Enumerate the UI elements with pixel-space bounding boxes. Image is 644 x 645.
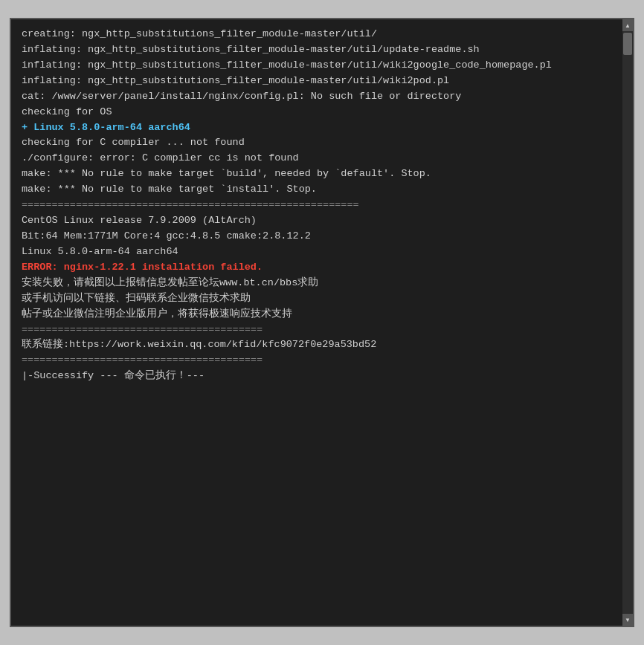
terminal-window: creating: ngx_http_substitutions_filter_…: [10, 18, 634, 627]
terminal-line: 联系链接:https://work.weixin.qq.com/kfid/kfc…: [22, 337, 612, 353]
terminal-line: creating: ngx_http_substitutions_filter_…: [22, 27, 612, 42]
terminal-line: inflating: ngx_http_substitutions_filter…: [22, 58, 612, 74]
terminal-line: ========================================…: [22, 198, 612, 213]
terminal-line: Linux 5.8.0-arm-64 aarch64: [22, 244, 612, 260]
terminal-container: creating: ngx_http_substitutions_filter_…: [11, 19, 633, 626]
scroll-up-button[interactable]: ▲: [622, 19, 633, 31]
terminal-line: cat: /www/server/panel/install/nginx/con…: [22, 89, 612, 105]
terminal-line: make: *** No rule to make target `build'…: [22, 166, 612, 182]
terminal-line: 帖子或企业微信注明企业版用户，将获得极速响应技术支持: [22, 307, 612, 322]
scroll-down-button[interactable]: ▼: [622, 614, 633, 626]
terminal-line: 或手机访问以下链接、扫码联系企业微信技术求助: [22, 291, 612, 307]
terminal-line: 安装失败，请截图以上报错信息发帖至论坛www.bt.cn/bbs求助: [22, 276, 612, 291]
scrollbar[interactable]: ▲ ▼: [622, 19, 633, 626]
terminal-line: |-Successify --- 命令已执行！---: [22, 369, 612, 384]
terminal-line: + Linux 5.8.0-arm-64 aarch64: [22, 120, 612, 136]
terminal-line: CentOS Linux release 7.9.2009 (AltArch): [22, 213, 612, 229]
terminal-line: Bit:64 Mem:1771M Core:4 gcc:4.8.5 cmake:…: [22, 229, 612, 244]
terminal-line: checking for C compiler ... not found: [22, 135, 612, 151]
terminal-line: inflating: ngx_http_substitutions_filter…: [22, 42, 612, 58]
scrollbar-track[interactable]: [622, 31, 633, 614]
terminal-line: ========================================: [22, 353, 612, 369]
terminal-line: inflating: ngx_http_substitutions_filter…: [22, 74, 612, 89]
terminal-line: ERROR: nginx-1.22.1 installation failed.: [22, 260, 612, 276]
terminal-line: ========================================: [22, 322, 612, 338]
terminal-line: ./configure: error: C compiler cc is not…: [22, 151, 612, 166]
scrollbar-thumb[interactable]: [623, 33, 632, 55]
terminal-line: checking for OS: [22, 105, 612, 120]
terminal-line: make: *** No rule to make target `instal…: [22, 182, 612, 198]
terminal-output[interactable]: creating: ngx_http_substitutions_filter_…: [11, 19, 622, 626]
